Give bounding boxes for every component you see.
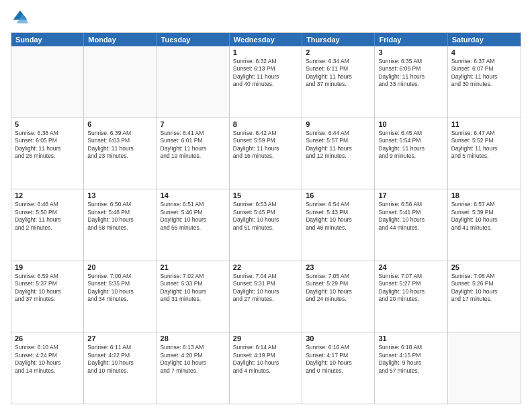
day-cell-1: 1Sunrise: 6:32 AM Sunset: 6:13 PM Daylig… xyxy=(230,46,302,118)
day-info: Sunrise: 6:37 AM Sunset: 6:07 PM Dayligh… xyxy=(451,58,517,89)
day-cell-3: 3Sunrise: 6:35 AM Sunset: 6:09 PM Daylig… xyxy=(375,46,447,118)
day-number: 8 xyxy=(233,120,298,128)
day-cell-8: 8Sunrise: 6:42 AM Sunset: 5:59 PM Daylig… xyxy=(230,118,302,189)
day-info: Sunrise: 6:14 AM Sunset: 4:19 PM Dayligh… xyxy=(233,344,298,375)
day-info: Sunrise: 6:51 AM Sunset: 5:46 PM Dayligh… xyxy=(161,201,226,232)
day-number: 18 xyxy=(451,191,517,199)
day-info: Sunrise: 7:04 AM Sunset: 5:31 PM Dayligh… xyxy=(233,273,298,304)
day-cell-23: 23Sunrise: 7:05 AM Sunset: 5:29 PM Dayli… xyxy=(302,261,375,332)
day-info: Sunrise: 6:47 AM Sunset: 5:52 PM Dayligh… xyxy=(451,130,517,161)
day-cell-11: 11Sunrise: 6:47 AM Sunset: 5:52 PM Dayli… xyxy=(448,118,521,189)
calendar-body: 1Sunrise: 6:32 AM Sunset: 6:13 PM Daylig… xyxy=(11,46,521,404)
day-cell-27: 27Sunrise: 6:11 AM Sunset: 4:22 PM Dayli… xyxy=(84,332,157,404)
day-info: Sunrise: 6:59 AM Sunset: 5:37 PM Dayligh… xyxy=(15,273,80,304)
calendar-row-0: 1Sunrise: 6:32 AM Sunset: 6:13 PM Daylig… xyxy=(11,46,521,118)
day-info: Sunrise: 6:53 AM Sunset: 5:45 PM Dayligh… xyxy=(233,201,298,232)
day-number: 5 xyxy=(15,120,80,128)
calendar-row-2: 12Sunrise: 6:48 AM Sunset: 5:50 PM Dayli… xyxy=(11,189,521,261)
page-header xyxy=(11,8,521,27)
day-info: Sunrise: 7:05 AM Sunset: 5:29 PM Dayligh… xyxy=(306,273,371,304)
day-info: Sunrise: 6:35 AM Sunset: 6:09 PM Dayligh… xyxy=(378,58,443,89)
calendar: SundayMondayTuesdayWednesdayThursdayFrid… xyxy=(11,32,521,404)
header-day-sunday: Sunday xyxy=(11,33,84,46)
day-info: Sunrise: 6:13 AM Sunset: 4:20 PM Dayligh… xyxy=(161,344,226,375)
day-cell-10: 10Sunrise: 6:45 AM Sunset: 5:54 PM Dayli… xyxy=(375,118,447,189)
day-cell-16: 16Sunrise: 6:54 AM Sunset: 5:43 PM Dayli… xyxy=(302,189,375,261)
day-number: 7 xyxy=(161,120,226,128)
day-number: 15 xyxy=(233,191,298,199)
day-cell-29: 29Sunrise: 6:14 AM Sunset: 4:19 PM Dayli… xyxy=(230,332,302,404)
day-cell-25: 25Sunrise: 7:08 AM Sunset: 5:26 PM Dayli… xyxy=(448,261,521,332)
logo-icon xyxy=(11,8,30,27)
header-day-friday: Friday xyxy=(375,33,447,46)
day-number: 4 xyxy=(451,48,517,56)
day-cell-30: 30Sunrise: 6:16 AM Sunset: 4:17 PM Dayli… xyxy=(302,332,375,404)
empty-cell xyxy=(157,46,230,118)
day-number: 16 xyxy=(306,191,371,199)
day-number: 3 xyxy=(378,48,443,56)
day-cell-2: 2Sunrise: 6:34 AM Sunset: 6:11 PM Daylig… xyxy=(302,46,375,118)
day-cell-12: 12Sunrise: 6:48 AM Sunset: 5:50 PM Dayli… xyxy=(11,189,84,261)
day-number: 20 xyxy=(87,263,152,271)
calendar-row-3: 19Sunrise: 6:59 AM Sunset: 5:37 PM Dayli… xyxy=(11,261,521,333)
logo xyxy=(11,8,32,27)
empty-cell xyxy=(11,46,84,118)
day-cell-15: 15Sunrise: 6:53 AM Sunset: 5:45 PM Dayli… xyxy=(230,189,302,261)
day-number: 10 xyxy=(378,120,443,128)
day-cell-26: 26Sunrise: 6:10 AM Sunset: 4:24 PM Dayli… xyxy=(11,332,84,404)
day-number: 25 xyxy=(451,263,517,271)
day-info: Sunrise: 6:50 AM Sunset: 5:48 PM Dayligh… xyxy=(87,201,152,232)
day-number: 13 xyxy=(87,191,152,199)
header-day-tuesday: Tuesday xyxy=(157,33,230,46)
empty-cell xyxy=(448,332,521,404)
day-number: 31 xyxy=(378,334,443,342)
day-number: 12 xyxy=(15,191,80,199)
day-info: Sunrise: 6:34 AM Sunset: 6:11 PM Dayligh… xyxy=(306,58,371,89)
day-number: 19 xyxy=(15,263,80,271)
day-info: Sunrise: 7:08 AM Sunset: 5:26 PM Dayligh… xyxy=(451,273,517,304)
day-info: Sunrise: 6:48 AM Sunset: 5:50 PM Dayligh… xyxy=(15,201,80,232)
day-info: Sunrise: 6:45 AM Sunset: 5:54 PM Dayligh… xyxy=(378,130,443,161)
day-number: 17 xyxy=(378,191,443,199)
day-cell-5: 5Sunrise: 6:38 AM Sunset: 6:05 PM Daylig… xyxy=(11,118,84,189)
day-info: Sunrise: 6:54 AM Sunset: 5:43 PM Dayligh… xyxy=(306,201,371,232)
day-number: 24 xyxy=(378,263,443,271)
day-info: Sunrise: 6:18 AM Sunset: 4:15 PM Dayligh… xyxy=(378,344,443,375)
day-info: Sunrise: 6:44 AM Sunset: 5:57 PM Dayligh… xyxy=(306,130,371,161)
day-info: Sunrise: 6:41 AM Sunset: 6:01 PM Dayligh… xyxy=(161,130,226,161)
day-cell-13: 13Sunrise: 6:50 AM Sunset: 5:48 PM Dayli… xyxy=(84,189,157,261)
header-day-monday: Monday xyxy=(84,33,157,46)
day-cell-22: 22Sunrise: 7:04 AM Sunset: 5:31 PM Dayli… xyxy=(230,261,302,332)
day-number: 1 xyxy=(233,48,298,56)
day-number: 30 xyxy=(306,334,371,342)
header-day-saturday: Saturday xyxy=(448,33,521,46)
day-number: 6 xyxy=(87,120,152,128)
day-info: Sunrise: 6:57 AM Sunset: 5:39 PM Dayligh… xyxy=(451,201,517,232)
day-cell-21: 21Sunrise: 7:02 AM Sunset: 5:33 PM Dayli… xyxy=(157,261,230,332)
day-number: 2 xyxy=(306,48,371,56)
day-info: Sunrise: 6:10 AM Sunset: 4:24 PM Dayligh… xyxy=(15,344,80,375)
day-cell-14: 14Sunrise: 6:51 AM Sunset: 5:46 PM Dayli… xyxy=(157,189,230,261)
day-cell-31: 31Sunrise: 6:18 AM Sunset: 4:15 PM Dayli… xyxy=(375,332,447,404)
day-number: 21 xyxy=(161,263,226,271)
day-number: 22 xyxy=(233,263,298,271)
calendar-row-1: 5Sunrise: 6:38 AM Sunset: 6:05 PM Daylig… xyxy=(11,118,521,190)
day-info: Sunrise: 6:39 AM Sunset: 6:03 PM Dayligh… xyxy=(87,130,152,161)
day-cell-6: 6Sunrise: 6:39 AM Sunset: 6:03 PM Daylig… xyxy=(84,118,157,189)
day-info: Sunrise: 7:02 AM Sunset: 5:33 PM Dayligh… xyxy=(161,273,226,304)
day-number: 26 xyxy=(15,334,80,342)
header-day-thursday: Thursday xyxy=(302,33,375,46)
day-number: 28 xyxy=(161,334,226,342)
day-number: 27 xyxy=(87,334,152,342)
day-info: Sunrise: 6:42 AM Sunset: 5:59 PM Dayligh… xyxy=(233,130,298,161)
day-cell-9: 9Sunrise: 6:44 AM Sunset: 5:57 PM Daylig… xyxy=(302,118,375,189)
day-cell-4: 4Sunrise: 6:37 AM Sunset: 6:07 PM Daylig… xyxy=(448,46,521,118)
day-info: Sunrise: 6:38 AM Sunset: 6:05 PM Dayligh… xyxy=(15,130,80,161)
day-number: 23 xyxy=(306,263,371,271)
calendar-header: SundayMondayTuesdayWednesdayThursdayFrid… xyxy=(11,33,521,46)
day-cell-28: 28Sunrise: 6:13 AM Sunset: 4:20 PM Dayli… xyxy=(157,332,230,404)
day-number: 14 xyxy=(161,191,226,199)
day-info: Sunrise: 6:16 AM Sunset: 4:17 PM Dayligh… xyxy=(306,344,371,375)
day-cell-24: 24Sunrise: 7:07 AM Sunset: 5:27 PM Dayli… xyxy=(375,261,447,332)
empty-cell xyxy=(84,46,157,118)
